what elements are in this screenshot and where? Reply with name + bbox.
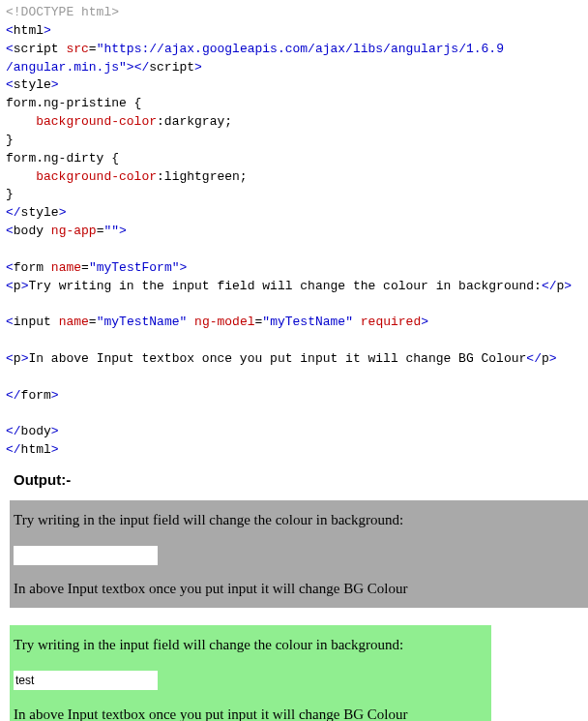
doctype-line: <!DOCTYPE html>: [6, 5, 119, 19]
tag-style-open: <style>: [6, 77, 59, 92]
tag-html-close: </html>: [6, 442, 59, 457]
tag-style-close: </style>: [6, 205, 66, 220]
output-heading: Output:-: [14, 469, 582, 491]
css-close-1: }: [6, 133, 14, 147]
demo-form-pristine: Try writing in the input field will chan…: [10, 500, 588, 608]
css-selector-pristine: form.ng-pristine {: [6, 96, 141, 110]
tag-form-open: <form name="myTestForm">: [6, 260, 187, 275]
demo-form-dirty: Try writing in the input field will chan…: [10, 625, 491, 721]
css-rule-pristine: background-color:darkgray;: [6, 114, 232, 129]
tag-script-open: <script src="https://ajax.googleapis.com…: [6, 42, 504, 56]
tag-body-close: </body>: [6, 424, 59, 438]
tag-p2: <p>In above Input textbox once you put i…: [6, 351, 557, 366]
demo-input-pristine[interactable]: [14, 546, 158, 565]
css-rule-dirty: background-color:lightgreen;: [6, 169, 248, 184]
tag-html-open: <html>: [6, 23, 51, 38]
demo-text-1b: Try writing in the input field will chan…: [14, 635, 487, 656]
css-selector-dirty: form.ng-dirty {: [6, 151, 119, 165]
tag-input: <input name="myTestName" ng-model="myTes…: [6, 315, 428, 329]
demo-text-2: In above Input textbox once you put inpu…: [14, 579, 584, 600]
demo-input-dirty[interactable]: [14, 671, 158, 690]
tag-p1: <p>Try writing in the input field will c…: [6, 279, 572, 293]
script-src-line2: /angular.min.js"></script>: [6, 60, 202, 75]
demo-text-2b: In above Input textbox once you put inpu…: [14, 705, 487, 721]
code-block: <!DOCTYPE html> <html> <script src="http…: [6, 4, 582, 460]
tag-form-close: </form>: [6, 388, 59, 403]
css-close-2: }: [6, 187, 14, 201]
tag-body-open: <body ng-app="">: [6, 224, 127, 238]
demo-text-1: Try writing in the input field will chan…: [14, 510, 584, 531]
